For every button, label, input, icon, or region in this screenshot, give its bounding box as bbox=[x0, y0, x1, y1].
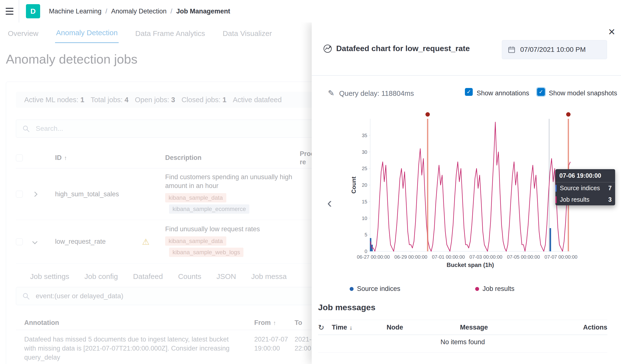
svg-text:07-01 00:00:00: 07-01 00:00:00 bbox=[432, 254, 465, 260]
legend-dot bbox=[350, 287, 354, 291]
svg-text:15: 15 bbox=[362, 199, 367, 204]
datepicker-button[interactable]: 07/07/2021 10:00 PM bbox=[502, 40, 607, 59]
query-delay-text: Query delay: 118804ms bbox=[339, 89, 414, 98]
breadcrumb-item-job-management: Job Management bbox=[176, 8, 230, 15]
svg-text:25: 25 bbox=[362, 166, 367, 171]
menu-icon[interactable] bbox=[0, 0, 19, 22]
legend-job-results[interactable]: Job results bbox=[475, 285, 515, 293]
flyout-title: Datafeed chart for low_request_rate bbox=[336, 44, 470, 53]
show-annotations-label: Show annotations bbox=[477, 89, 529, 97]
breadcrumb-item-machine-learning[interactable]: Machine Learning bbox=[49, 8, 111, 15]
series-color-chip bbox=[555, 185, 557, 192]
tooltip-time: 07-06 19:00:00 bbox=[555, 169, 615, 182]
svg-text:07-03 00:00:00: 07-03 00:00:00 bbox=[469, 254, 502, 260]
empty-table-message: No items found bbox=[318, 338, 607, 352]
check-icon: ✓ bbox=[466, 89, 471, 95]
legend-dot bbox=[475, 287, 479, 291]
refresh-icon[interactable]: ↻ bbox=[318, 323, 329, 332]
chevron-left-icon[interactable]: ‹ bbox=[323, 195, 336, 210]
show-annotations-checkbox[interactable]: ✓ bbox=[465, 88, 473, 96]
svg-text:Bucket span (1h): Bucket span (1h) bbox=[447, 262, 494, 268]
svg-text:35: 35 bbox=[362, 133, 367, 138]
breadcrumb-item-anomaly-detection[interactable]: Anomaly Detection bbox=[111, 8, 176, 15]
col-header-node: Node bbox=[387, 324, 460, 331]
svg-text:06-27 00:00:00: 06-27 00:00:00 bbox=[357, 254, 390, 260]
svg-text:07-07 00:00:00: 07-07 00:00:00 bbox=[544, 254, 577, 260]
sort-desc-icon: ↓ bbox=[350, 324, 353, 331]
svg-text:Count: Count bbox=[350, 177, 357, 193]
svg-text:07-05 00:00:00: 07-05 00:00:00 bbox=[507, 254, 540, 260]
datafeed-chart-flyout: × Datafeed chart for low_request_rate 07… bbox=[312, 22, 621, 364]
job-messages-title: Job messages bbox=[318, 303, 375, 312]
screen: D Machine Learning Anomaly Detection Job… bbox=[0, 0, 621, 364]
job-messages-table-header: ↻ Time↓ Node Message Actions bbox=[318, 320, 607, 335]
show-model-snapshots-label: Show model snapshots bbox=[549, 89, 617, 97]
tooltip-row-source-indices: Source indices 7 bbox=[555, 182, 615, 194]
svg-text:10: 10 bbox=[362, 215, 367, 221]
datafeed-chart[interactable]: 0510152025303506-27 00:00:0006-29 00:00:… bbox=[348, 111, 583, 269]
close-icon[interactable]: × bbox=[608, 26, 615, 38]
divider bbox=[312, 75, 621, 76]
col-header-message: Message bbox=[460, 324, 575, 331]
space-avatar[interactable]: D bbox=[26, 4, 40, 18]
pencil-icon[interactable]: ✎ bbox=[328, 88, 334, 98]
svg-text:20: 20 bbox=[362, 182, 367, 188]
series-color-chip bbox=[555, 196, 557, 203]
col-header-actions: Actions bbox=[575, 324, 607, 331]
show-model-snapshots-checkbox[interactable]: ✓ bbox=[537, 88, 545, 96]
svg-text:0: 0 bbox=[364, 248, 367, 254]
check-icon: ✓ bbox=[539, 89, 543, 95]
svg-text:5: 5 bbox=[364, 232, 367, 237]
breadcrumb: Machine Learning Anomaly Detection Job M… bbox=[49, 8, 230, 15]
svg-text:30: 30 bbox=[362, 149, 367, 155]
datepicker-value: 07/07/2021 10:00 PM bbox=[520, 46, 586, 53]
calendar-icon bbox=[508, 46, 515, 53]
legend-source-indices[interactable]: Source indices bbox=[350, 285, 400, 293]
svg-text:06-29 00:00:00: 06-29 00:00:00 bbox=[395, 254, 428, 260]
col-header-time[interactable]: Time↓ bbox=[329, 324, 387, 331]
chart-tooltip: 07-06 19:00:00 Source indices 7 Job resu… bbox=[555, 169, 615, 205]
datafeed-chart-icon bbox=[323, 44, 332, 54]
top-header: D Machine Learning Anomaly Detection Job… bbox=[0, 0, 621, 22]
tooltip-row-job-results: Job results 3 bbox=[555, 194, 615, 205]
